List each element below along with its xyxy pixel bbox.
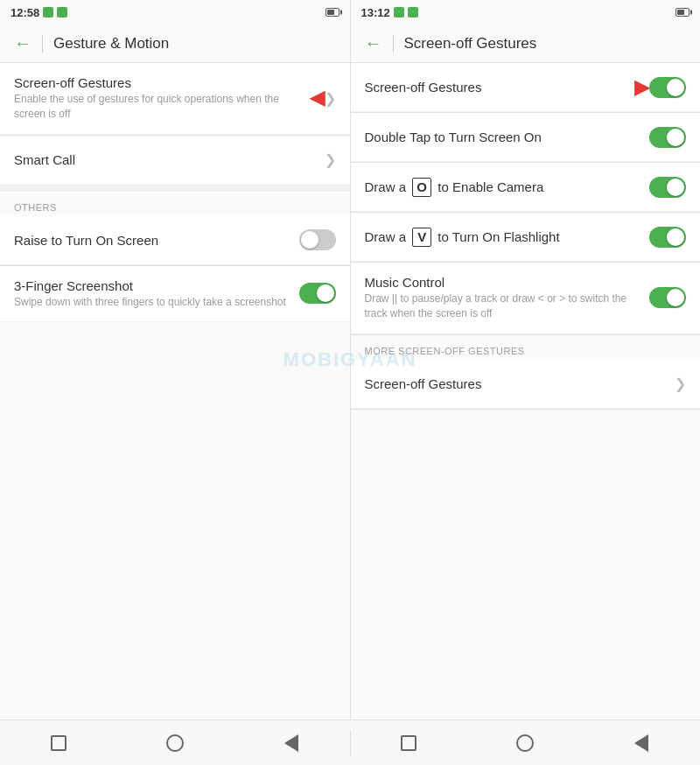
left-red-arrow: ◀ [310,87,325,109]
right-main-toggle-item[interactable]: Screen-off Gestures ▶ [351,63,701,112]
right-camera-item[interactable]: Draw a O to Enable Camera [351,163,701,212]
right-back-button[interactable]: ← [365,33,382,53]
right-flashlight-item[interactable]: Draw a V to Turn On Flashlight [351,213,701,262]
left-screen-off-gestures-item[interactable]: Screen-off Gestures Enable the use of ge… [0,63,350,135]
left-3finger-toggle[interactable] [299,283,336,304]
right-music-toggle-knob [667,289,684,306]
left-raise-title: Raise to Turn On Screen [14,233,299,248]
right-status-bar: 13:12 [351,0,701,25]
right-camera-toggle[interactable] [649,177,686,198]
left-notif-icon [43,7,53,18]
right-main-toggle[interactable] [649,77,686,98]
right-header-title: Screen-off Gestures [404,35,537,53]
circle-icon [166,734,184,752]
right-flashlight-toggle-knob [667,228,684,246]
right-content: Screen-off Gestures ▶ Double Tap to Turn… [351,63,701,719]
left-notif-icon2 [57,7,67,18]
left-3finger-toggle-knob [317,284,334,302]
right-header: ← Screen-off Gestures [351,25,701,63]
left-screen-off-chevron: ❯ [325,90,336,107]
left-back-button[interactable]: ← [14,33,32,53]
right-more-screen-off-text: Screen-off Gestures [365,376,676,391]
left-others-label: OTHERS [0,192,350,216]
left-nav-triangle[interactable] [279,731,304,755]
right-music-subtitle: Draw || to pause/play a track or draw < … [365,291,650,321]
right-status-right [676,8,690,17]
right-music-text: Music Control Draw || to pause/play a tr… [365,275,650,321]
left-3finger-text: 3-Finger Screenshot Swipe down with thre… [14,278,299,310]
right-main-toggle-label: Screen-off Gestures [365,80,635,95]
left-time: 12:58 [10,6,39,19]
nav-bar [0,719,700,765]
triangle-icon [284,734,298,752]
right-nav-square[interactable] [396,731,421,755]
right-music-item[interactable]: Music Control Draw || to pause/play a tr… [351,263,701,334]
right-camera-suffix: to Enable Camera [438,179,543,194]
right-time: 13:12 [361,6,390,19]
right-square-icon [401,735,416,751]
right-camera-letter: O [412,178,431,197]
left-raise-text: Raise to Turn On Screen [14,233,299,248]
right-triangle-icon [634,734,648,752]
left-raise-toggle-knob [301,231,318,249]
right-camera-title: Draw a O to Enable Camera [365,178,650,197]
left-raise-item[interactable]: Raise to Turn On Screen [0,216,350,265]
left-status-time-area: 12:58 [10,6,67,19]
right-double-tap-title: Double Tap to Turn Screen On [365,130,650,144]
left-header: ← Gesture & Motion [0,25,350,63]
left-status-bar: 12:58 [0,0,350,25]
left-battery-icon [326,8,340,17]
right-more-chevron: ❯ [675,375,686,392]
right-music-title: Music Control [365,275,650,290]
left-status-right [326,8,340,17]
square-icon [51,735,66,751]
right-main-toggle-knob [667,79,684,96]
left-nav-square[interactable] [46,731,71,755]
right-nav-circle[interactable] [513,731,537,755]
right-flashlight-letter: V [412,228,431,247]
right-divider-5 [351,409,701,410]
right-camera-prefix: Draw a [365,179,410,194]
right-double-tap-text: Double Tap to Turn Screen On [365,130,650,144]
right-flashlight-toggle[interactable] [649,227,686,248]
left-raise-toggle[interactable] [299,229,336,250]
left-nav-circle[interactable] [163,731,187,755]
left-screen-off-title: Screen-off Gestures [14,75,310,90]
left-3finger-subtitle: Swipe down with three fingers to quickly… [14,295,299,310]
right-notif-icon2 [408,7,418,18]
right-header-divider [393,35,394,53]
left-header-title: Gesture & Motion [53,35,169,53]
right-flashlight-suffix: to Turn On Flashlight [438,229,559,244]
left-header-divider [42,35,43,53]
left-3finger-item[interactable]: 3-Finger Screenshot Swipe down with thre… [0,266,350,323]
right-red-arrow: ▶ [634,76,649,99]
right-battery-icon [676,8,690,17]
left-smart-call-chevron: ❯ [325,151,336,168]
left-nav-section [0,731,350,755]
left-smart-call-text: Smart Call [14,152,325,167]
right-camera-toggle-knob [667,179,684,196]
left-smart-call-item[interactable]: Smart Call ❯ [0,136,350,185]
right-flashlight-title: Draw a V to Turn On Flashlight [365,228,650,247]
right-flashlight-prefix: Draw a [365,229,410,244]
right-music-toggle[interactable] [649,287,686,308]
right-circle-icon [516,734,534,752]
left-smart-call-title: Smart Call [14,152,325,167]
left-screen: 12:58 ← Gesture & Motion Screen-off Gest… [0,0,351,719]
right-notif-icon [394,7,404,18]
right-camera-text: Draw a O to Enable Camera [365,178,650,197]
left-screen-off-subtitle: Enable the use of gestures for quick ope… [14,92,310,122]
right-nav-triangle[interactable] [629,731,654,755]
right-more-label: MORE SCREEN-OFF GESTURES [351,335,701,360]
right-double-tap-item[interactable]: Double Tap to Turn Screen On [351,113,701,162]
right-status-time-area: 13:12 [361,6,418,19]
right-double-tap-toggle[interactable] [649,127,686,148]
left-screen-off-text: Screen-off Gestures Enable the use of ge… [14,75,310,122]
left-content: Screen-off Gestures Enable the use of ge… [0,63,350,719]
right-more-screen-off-title: Screen-off Gestures [365,376,676,391]
right-more-screen-off-item[interactable]: Screen-off Gestures ❯ [351,360,701,409]
right-screen: 13:12 ← Screen-off Gestures Screen-off G… [351,0,701,719]
left-3finger-title: 3-Finger Screenshot [14,278,299,293]
right-flashlight-text: Draw a V to Turn On Flashlight [365,228,650,247]
right-nav-section [351,731,701,755]
